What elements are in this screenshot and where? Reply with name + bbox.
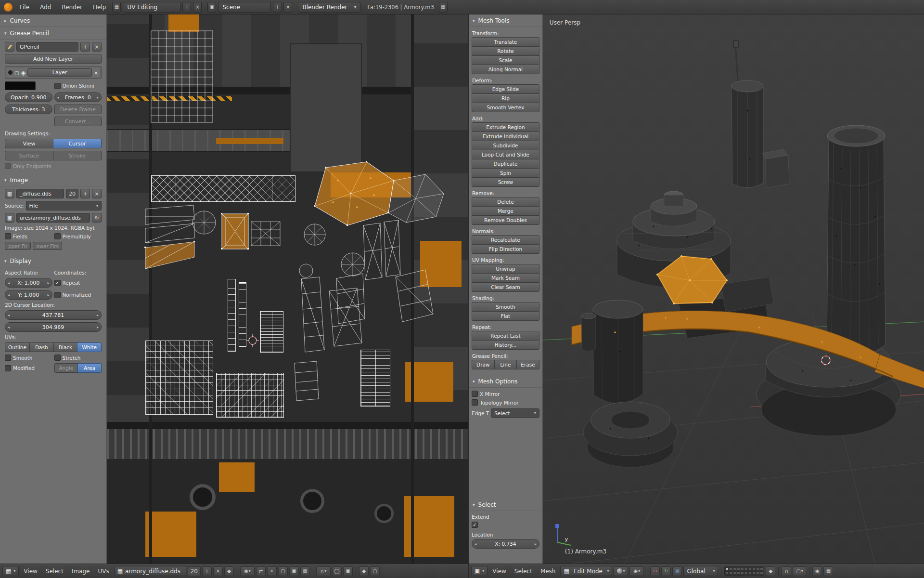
layer-color-dot[interactable] — [8, 70, 13, 75]
draw-cursor-button[interactable]: Cursor — [53, 139, 102, 148]
pin-icon[interactable]: ◆ — [224, 566, 234, 576]
v3d-select-menu[interactable]: Select — [511, 566, 536, 576]
image-datablock-selector[interactable]: ▦ armory_diffuse.dds — [114, 566, 186, 576]
normalized-checkbox[interactable] — [54, 292, 61, 298]
translate-button[interactable]: Translate — [472, 37, 539, 47]
edge-tag-dropdown[interactable]: Select ▾ — [491, 408, 539, 418]
source-dropdown[interactable]: File ▾ — [26, 201, 102, 210]
new-image-button[interactable]: + — [80, 189, 90, 198]
display-panel-header[interactable]: ▾ Display — [0, 255, 106, 267]
grease-pencil-panel-header[interactable]: ▾ Grease Pencil — [0, 27, 106, 39]
merge-button[interactable]: Merge — [472, 206, 539, 216]
uv-view-menu[interactable]: View — [20, 566, 40, 576]
curves-panel-header[interactable]: ▸ Curves — [0, 14, 106, 27]
image-name-field[interactable]: _diffuse.dds — [16, 189, 64, 198]
delete-layer-icon[interactable]: × — [94, 70, 98, 76]
reload-image-icon[interactable]: ↻ — [92, 213, 102, 223]
add-new-layer-button[interactable]: Add New Layer — [5, 54, 102, 64]
uv-white-button[interactable]: White — [77, 342, 102, 352]
recalculate-button[interactable]: Recalculate — [472, 235, 539, 245]
snap-magnet-icon[interactable]: ∩ — [782, 566, 791, 576]
filepath-field[interactable]: ures/armory_diffuse.dds — [16, 213, 90, 223]
file-menu[interactable]: File — [15, 2, 34, 12]
loop-cut-button[interactable]: Loop Cut and Slide — [472, 150, 539, 159]
clear-seam-button[interactable]: Clear Seam — [472, 282, 539, 292]
convert-button[interactable]: Convert... — [54, 117, 102, 126]
v3d-mesh-menu[interactable]: Mesh — [537, 566, 559, 576]
gp-draw-button[interactable]: Draw — [472, 360, 495, 369]
uv-uvs-menu[interactable]: UVs — [94, 566, 112, 576]
unlink-image-button[interactable]: × — [92, 189, 102, 198]
select-mode-face-icon[interactable]: ▣ — [289, 566, 299, 576]
unwrap-button[interactable]: Unwrap — [472, 264, 539, 274]
repeat-last-button[interactable]: Repeat Last — [472, 331, 539, 341]
image-users-count[interactable]: 20 — [66, 189, 78, 198]
lock-icon[interactable]: ◆ — [359, 566, 369, 576]
lock-icon[interactable]: ▢ — [14, 70, 19, 76]
extrude-region-button[interactable]: Extrude Region — [472, 122, 539, 132]
file-folder-icon[interactable]: ▣ — [5, 213, 14, 223]
lower-first-button[interactable]: ower Firs — [33, 242, 62, 250]
edge-slide-button[interactable]: Edge Slide — [472, 84, 539, 94]
opengl-render-anim-icon[interactable]: ▦ — [823, 566, 833, 576]
stretch-checkbox[interactable] — [54, 355, 61, 361]
stretch-area-button[interactable]: Area — [77, 363, 102, 373]
help-menu[interactable]: Help — [89, 2, 110, 12]
add-scene-button[interactable]: + — [273, 2, 282, 13]
location-x-field[interactable]: ◂ X: 0.734 ▸ — [472, 539, 539, 549]
proportional-editing-icon[interactable]: ◯ — [332, 566, 342, 576]
draw-surface-button[interactable]: Surface — [5, 151, 53, 160]
layers-grid[interactable] — [724, 566, 764, 576]
unlink-image-button[interactable]: × — [213, 566, 223, 576]
new-image-button[interactable]: + — [202, 566, 212, 576]
uv-sync-selection-icon[interactable]: ⇄ — [256, 566, 266, 576]
paint-mode-icon[interactable]: ▢ — [370, 566, 380, 576]
uv-black-button[interactable]: Black — [53, 342, 78, 352]
stretch-angle-button[interactable]: Angle — [54, 363, 78, 373]
screen-layout-selector[interactable]: UV Editing — [123, 2, 180, 13]
image-datablock-icon[interactable]: ▦ — [5, 189, 14, 198]
smooth-checkbox[interactable] — [5, 355, 11, 361]
draw-stroke-button[interactable]: Stroke — [53, 151, 102, 160]
unlink-gpencil-button[interactable]: × — [92, 42, 102, 52]
uv-canvas[interactable] — [107, 14, 468, 564]
delete-layout-button[interactable]: × — [193, 2, 202, 13]
history-button[interactable]: History... — [472, 340, 539, 350]
mesh-options-panel-header[interactable]: ▾ Mesh Options — [469, 375, 542, 388]
add-layout-button[interactable]: + — [182, 2, 191, 13]
lock-to-scene-icon[interactable]: ◆ — [766, 566, 775, 576]
along-normal-button[interactable]: Along Normal — [472, 65, 539, 74]
snap-element-dropdown[interactable]: ▢ ▾ — [793, 566, 806, 576]
step-right-icon[interactable]: ▸ — [97, 95, 99, 100]
smooth-vertex-button[interactable]: Smooth Vertex — [472, 103, 539, 112]
add-menu[interactable]: Add — [36, 2, 55, 12]
select-panel-header[interactable]: ▾ Select — [469, 499, 542, 511]
mode-selector[interactable]: ▦ Edit Mode ▾ — [560, 566, 612, 576]
uv-select-menu[interactable]: Select — [42, 566, 67, 576]
orientation-dropdown[interactable]: Global ▾ — [683, 566, 718, 576]
flip-direction-button[interactable]: Flip Direction — [472, 244, 539, 254]
select-mode-edge-icon[interactable]: ▢ — [278, 566, 288, 576]
mesh-tools-panel-header[interactable]: ▾ Mesh Tools — [469, 14, 542, 27]
rip-button[interactable]: Rip — [472, 93, 539, 103]
eye-icon[interactable]: ◉ — [21, 70, 26, 76]
repeat-checkbox[interactable]: ✓ — [54, 280, 61, 286]
select-mode-vertex-icon[interactable]: • — [267, 566, 277, 576]
remove-doubles-button[interactable]: Remove Doubles — [472, 215, 539, 225]
fields-checkbox[interactable] — [5, 233, 11, 239]
aspect-y-field[interactable]: ◂ Y: 1.000 ▸ — [5, 290, 52, 300]
frames-stepper[interactable]: ◂ Frames: 0 ▸ — [54, 92, 102, 102]
shade-smooth-button[interactable]: Smooth — [472, 302, 539, 312]
thickness-slider[interactable]: Thickness: 3 — [5, 105, 52, 114]
add-gpencil-button[interactable]: + — [80, 42, 90, 52]
scene-selector[interactable]: Scene — [218, 2, 271, 13]
aspect-x-field[interactable]: ◂ X: 1.000 ▸ — [5, 278, 52, 288]
render-engine-selector[interactable]: Blender Render ▾ — [298, 2, 360, 13]
manipulator-rotate-icon[interactable]: ↻ — [661, 566, 671, 576]
gpencil-name-field[interactable]: GPencil — [16, 42, 78, 52]
modified-checkbox[interactable] — [5, 365, 11, 371]
cursor-y-field[interactable]: ◂ 304.969 ▸ — [5, 322, 102, 332]
mark-seam-button[interactable]: Mark Seam — [472, 273, 539, 283]
delete-frame-button[interactable]: Delete Frame — [54, 105, 102, 114]
topology-mirror-checkbox[interactable] — [472, 399, 478, 406]
